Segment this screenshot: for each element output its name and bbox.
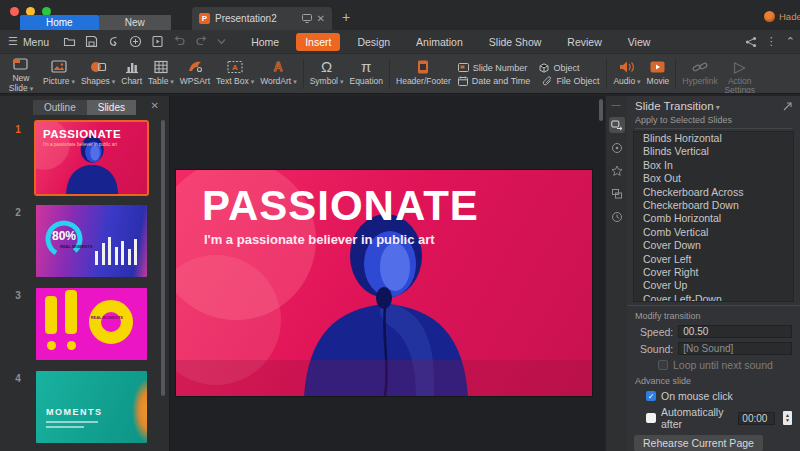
ribbon-tab-design[interactable]: Design xyxy=(348,33,399,51)
header-footer-button[interactable]: Header/Footer xyxy=(393,55,454,93)
slide-number-button[interactable]: Slide Number xyxy=(458,63,528,73)
chart-icon xyxy=(124,57,140,76)
present-on-display-icon[interactable] xyxy=(302,14,312,23)
equation-button[interactable]: π Equation xyxy=(346,55,386,93)
time-stepper[interactable]: ▲ ▼ xyxy=(783,411,792,425)
canvas-scrollbar[interactable] xyxy=(599,99,603,121)
stepper-down-icon[interactable]: ▼ xyxy=(785,418,790,423)
transition-panel-icon[interactable] xyxy=(609,117,625,133)
ribbon-tab-slideshow[interactable]: Slide Show xyxy=(480,33,551,51)
close-window-button[interactable] xyxy=(10,7,19,16)
slide-number-label: 1 xyxy=(0,122,36,194)
text-box-button[interactable]: A Text Box xyxy=(213,55,257,93)
account-area[interactable]: Hade xyxy=(764,11,800,22)
quick-access-toolbar xyxy=(63,35,226,48)
automatically-after-input[interactable]: 00:00 xyxy=(738,412,774,425)
slide-thumbnail-4[interactable]: MOMENTS xyxy=(36,371,147,443)
print-preview-icon[interactable] xyxy=(151,35,164,48)
speed-row: Speed: 00.50 xyxy=(640,325,792,338)
ribbon-tab-insert[interactable]: Insert xyxy=(296,33,340,51)
hyperlink-icon xyxy=(691,57,709,76)
slides-tab[interactable]: Slides xyxy=(87,100,136,115)
slide-canvas[interactable]: PASSIONATE I'm a passionate believer in … xyxy=(170,96,605,451)
wpsart-button[interactable]: WPSArt xyxy=(177,55,213,93)
close-sidebar-icon[interactable]: ✕ xyxy=(151,100,159,111)
action-settings-button[interactable]: ▷ Action Settings xyxy=(721,55,759,93)
object-button[interactable]: Object xyxy=(539,63,579,73)
current-slide[interactable]: PASSIONATE I'm a passionate believer in … xyxy=(176,170,592,396)
shapes-button[interactable]: Shapes xyxy=(78,55,118,93)
table-button[interactable]: Table xyxy=(145,55,177,93)
on-mouse-click-checkbox[interactable]: ✓ xyxy=(646,391,656,401)
audio-button[interactable]: Audio xyxy=(610,55,643,93)
ribbon-tab-review[interactable]: Review xyxy=(558,33,610,51)
sidebar-scrollbar[interactable] xyxy=(161,120,165,396)
movie-button[interactable]: Movie xyxy=(644,55,673,93)
properties-panel-icon[interactable] xyxy=(609,140,625,156)
slide-thumbnail-3[interactable]: REAL MOMENTS xyxy=(36,288,147,360)
sound-select[interactable]: [No Sound] xyxy=(678,342,792,355)
export-pdf-icon[interactable] xyxy=(107,35,120,48)
speed-input[interactable]: 00.50 xyxy=(678,325,792,338)
redo-icon[interactable] xyxy=(195,35,208,48)
ribbon-tab-view[interactable]: View xyxy=(619,33,660,51)
rehearse-current-page-button[interactable]: Rehearse Current Page xyxy=(634,435,763,451)
print-icon[interactable] xyxy=(129,35,142,48)
slide-row-3: 3 REAL MOMENTS xyxy=(0,288,160,360)
picture-button[interactable]: Picture xyxy=(40,55,78,93)
slide-title[interactable]: PASSIONATE xyxy=(202,182,479,230)
share-icon[interactable] xyxy=(745,36,757,48)
chart-button[interactable]: Chart xyxy=(118,55,145,93)
transition-option[interactable]: Cover Right xyxy=(634,266,793,279)
format-painter-icon[interactable] xyxy=(217,35,226,48)
symbol-button[interactable]: Ω Symbol xyxy=(307,55,347,93)
ribbon-tab-home[interactable]: Home xyxy=(242,33,288,51)
document-tab[interactable]: P Presentation2 ✕ xyxy=(192,7,332,30)
slide-subtitle[interactable]: I'm a passionate believer in public art xyxy=(204,232,435,247)
transition-option[interactable]: Blinds Horizontal xyxy=(634,132,793,145)
wordart-button[interactable]: A WordArt xyxy=(257,55,300,93)
save-icon[interactable] xyxy=(85,35,98,48)
transition-option[interactable]: Checkerboard Across xyxy=(634,186,793,199)
transition-option[interactable]: Cover Up xyxy=(634,279,793,292)
transition-option[interactable]: Cover Down xyxy=(634,239,793,252)
transition-option[interactable]: Cover Left xyxy=(634,253,793,266)
transition-option[interactable]: Cover Left-Down xyxy=(634,293,793,302)
expand-panel-icon[interactable] xyxy=(783,102,792,111)
transition-option[interactable]: Box Out xyxy=(634,172,793,185)
main-menu-button[interactable]: ☰ Menu xyxy=(8,35,49,48)
panel-title[interactable]: Slide Transition xyxy=(635,100,783,112)
close-document-icon[interactable]: ✕ xyxy=(317,14,325,24)
transition-option[interactable]: Checkerboard Down xyxy=(634,199,793,212)
slide-thumbnail-1[interactable]: PASSIONATE I'm a passionate believer in … xyxy=(36,122,147,194)
history-panel-icon[interactable] xyxy=(609,209,625,225)
hyperlink-button[interactable]: Hyperlink xyxy=(679,55,720,93)
slide-number-icon xyxy=(458,63,469,73)
layers-panel-icon[interactable] xyxy=(609,186,625,202)
panel-handle-icon[interactable]: — xyxy=(612,100,622,110)
text-box-icon: A xyxy=(226,57,244,76)
open-file-icon[interactable] xyxy=(63,35,76,48)
tab-new[interactable]: New xyxy=(99,15,171,30)
transition-option[interactable]: Comb Horizontal xyxy=(634,212,793,225)
loop-sound-checkbox[interactable] xyxy=(658,360,668,370)
new-slide-icon xyxy=(12,57,30,73)
collapse-ribbon-icon[interactable]: ⌃ xyxy=(786,35,795,48)
slide-thumbnail-2[interactable]: 80% REAL MOMENTS xyxy=(36,205,147,277)
transition-option[interactable]: Comb Vertical xyxy=(634,226,793,239)
user-name: Hade xyxy=(779,11,800,22)
file-object-button[interactable]: File Object xyxy=(542,76,599,86)
more-options-icon[interactable]: ⋮ xyxy=(766,35,777,48)
automatically-after-checkbox[interactable] xyxy=(646,413,656,423)
date-and-time-button[interactable]: Date and Time xyxy=(458,76,531,86)
transition-option[interactable]: Box In xyxy=(634,159,793,172)
new-slide-button[interactable]: New Slide xyxy=(2,55,40,93)
transition-option[interactable]: Blinds Vertical xyxy=(634,145,793,158)
ribbon-tab-animation[interactable]: Animation xyxy=(407,33,472,51)
tab-home[interactable]: Home xyxy=(20,15,99,30)
undo-icon[interactable] xyxy=(173,35,186,48)
animation-panel-icon[interactable] xyxy=(609,163,625,179)
outline-tab[interactable]: Outline xyxy=(33,100,87,115)
ribbon-divider xyxy=(389,59,390,89)
new-document-tab-button[interactable]: + xyxy=(342,9,350,25)
